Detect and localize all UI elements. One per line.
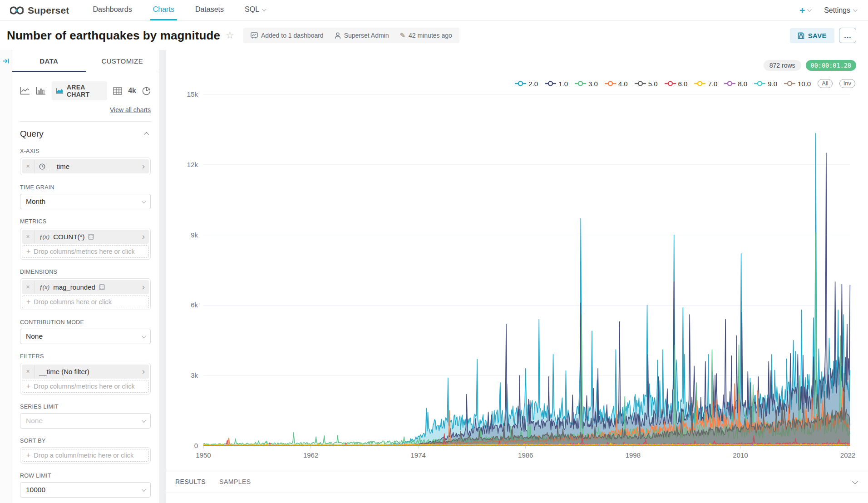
legend-all-button[interactable]: All xyxy=(818,79,832,88)
legend-label: 6.0 xyxy=(678,80,688,88)
legend-label: 4.0 xyxy=(618,80,628,88)
nav-item-charts[interactable]: Charts xyxy=(150,0,177,20)
remove-icon[interactable]: × xyxy=(22,230,35,243)
pie-chart-icon[interactable] xyxy=(142,87,151,95)
save-button[interactable]: SAVE xyxy=(790,28,834,43)
chart-legend: 2.01.03.04.05.06.07.08.09.010.0AllInv xyxy=(515,79,855,88)
xaxis-label: X-AXIS xyxy=(20,148,151,154)
svg-text:1974: 1974 xyxy=(410,451,425,459)
legend-marker-icon xyxy=(784,81,795,86)
collapse-section-icon[interactable] xyxy=(144,132,149,137)
expand-panel-icon[interactable] xyxy=(3,58,10,64)
legend-item[interactable]: 3.0 xyxy=(575,80,598,88)
time-grain-select[interactable]: Month xyxy=(20,194,151,209)
svg-text:6k: 6k xyxy=(191,301,198,309)
xaxis-control: × __time › xyxy=(20,158,151,175)
chevron-down-icon xyxy=(807,7,812,12)
save-icon xyxy=(798,32,804,39)
legend-item[interactable]: 8.0 xyxy=(724,80,747,88)
row-limit-select[interactable]: 10000 xyxy=(20,482,151,498)
table-chart-icon[interactable] xyxy=(113,87,122,95)
chevron-down-icon xyxy=(142,418,146,423)
remove-icon[interactable]: × xyxy=(22,365,35,378)
line-chart-icon[interactable] xyxy=(20,87,30,95)
legend-label: 1.0 xyxy=(558,80,568,88)
tab-results[interactable]: RESULTS xyxy=(175,478,206,485)
superset-logo[interactable]: Superset xyxy=(10,0,69,20)
chevron-right-icon: › xyxy=(140,282,149,293)
last-modified-badge[interactable]: ✎ 42 minutes ago xyxy=(400,31,452,39)
owner-badge: Superset Admin xyxy=(335,32,389,39)
legend-item[interactable]: 10.0 xyxy=(784,80,811,88)
chart-header-bar: Number of earthquakes by magnitude ☆ Add… xyxy=(0,21,868,50)
remove-icon[interactable]: × xyxy=(22,281,35,294)
filters-control: × __time (No filter) › + Drop columns/me… xyxy=(20,363,151,395)
series-limit-select[interactable]: None xyxy=(20,413,151,429)
svg-text:9k: 9k xyxy=(191,231,198,239)
filter-pill[interactable]: × __time (No filter) › xyxy=(22,365,149,379)
svg-text:1962: 1962 xyxy=(303,451,318,459)
contribution-mode-select[interactable]: None xyxy=(20,329,151,344)
adhoc-metric-icon xyxy=(88,234,94,240)
nav-item-sql[interactable]: SQL xyxy=(242,0,268,20)
metrics-control: × ƒ(x) COUNT(*) › + Drop columns/metrics… xyxy=(20,228,151,260)
user-icon xyxy=(335,32,341,39)
query-timer-badge: 00:00:01.28 xyxy=(806,60,856,71)
plus-icon: + xyxy=(26,247,30,256)
top-nav: Superset Dashboards Charts Datasets SQL … xyxy=(0,0,868,21)
legend-item[interactable]: 6.0 xyxy=(665,80,688,88)
legend-inv-button[interactable]: Inv xyxy=(839,79,855,88)
new-item-button[interactable]: + xyxy=(799,5,810,16)
legend-label: 2.0 xyxy=(528,80,538,88)
remove-icon[interactable]: × xyxy=(22,160,35,173)
legend-item[interactable]: 1.0 xyxy=(545,80,568,88)
tab-data[interactable]: DATA xyxy=(12,50,86,72)
area-chart-selected[interactable]: AREA CHART xyxy=(52,81,107,100)
control-panel: DATA CUSTOMIZE AREA CHART 4k xyxy=(12,50,159,503)
sort-by-dropzone[interactable]: + Drop a column/metric here or click xyxy=(22,449,149,462)
svg-text:1986: 1986 xyxy=(518,451,533,459)
results-panel: RESULTS SAMPLES xyxy=(166,470,868,503)
metrics-dropzone[interactable]: + Drop columns/metrics here or click xyxy=(22,245,149,258)
tab-customize[interactable]: CUSTOMIZE xyxy=(86,50,159,72)
legend-item[interactable]: 5.0 xyxy=(635,80,658,88)
legend-marker-icon xyxy=(515,81,526,86)
svg-text:3k: 3k xyxy=(191,371,198,379)
page-title[interactable]: Number of earthquakes by magnitude xyxy=(7,29,220,43)
more-options-button[interactable]: … xyxy=(839,28,856,43)
legend-marker-icon xyxy=(605,81,616,86)
chevron-right-icon: › xyxy=(140,161,149,172)
xaxis-field-pill[interactable]: × __time › xyxy=(22,159,149,173)
chevron-down-icon xyxy=(262,7,266,11)
legend-marker-icon xyxy=(545,81,556,86)
area-chart-canvas[interactable]: 195019621974198619982010202203k6k9k12k15… xyxy=(166,50,868,470)
tab-samples[interactable]: SAMPLES xyxy=(219,478,251,485)
legend-marker-icon xyxy=(635,81,646,86)
legend-item[interactable]: 7.0 xyxy=(694,80,717,88)
settings-menu[interactable]: Settings xyxy=(824,6,856,15)
dimension-pill[interactable]: × ƒ(x) mag_rounded › xyxy=(22,280,149,294)
dimensions-dropzone[interactable]: + Drop columns here or click xyxy=(22,296,149,308)
legend-label: 9.0 xyxy=(768,80,777,88)
chart-card: 872 rows 00:00:01.28 2.01.03.04.05.06.07… xyxy=(166,50,868,470)
big-number-chart-icon[interactable]: 4k xyxy=(128,87,136,95)
view-all-charts-link[interactable]: View all charts xyxy=(110,106,151,113)
svg-text:0: 0 xyxy=(194,442,198,449)
nav-item-dashboards[interactable]: Dashboards xyxy=(90,0,134,20)
bar-chart-icon[interactable] xyxy=(36,87,46,95)
legend-marker-icon xyxy=(754,81,765,86)
filters-label: FILTERS xyxy=(20,353,151,360)
collapse-results-icon[interactable] xyxy=(852,478,858,484)
filters-dropzone[interactable]: + Drop columns/metrics here or click xyxy=(22,380,149,393)
dimensions-label: DIMENSIONS xyxy=(20,269,151,275)
legend-item[interactable]: 4.0 xyxy=(605,80,628,88)
chevron-down-icon xyxy=(142,487,146,492)
legend-item[interactable]: 2.0 xyxy=(515,80,538,88)
legend-item[interactable]: 9.0 xyxy=(754,80,777,88)
chevron-right-icon: › xyxy=(140,366,149,377)
metric-pill[interactable]: × ƒ(x) COUNT(*) › xyxy=(22,230,149,244)
favorite-star-icon[interactable]: ☆ xyxy=(226,30,234,41)
svg-text:1998: 1998 xyxy=(626,451,641,459)
dashboard-badge[interactable]: Added to 1 dashboard xyxy=(251,32,324,39)
nav-item-datasets[interactable]: Datasets xyxy=(192,0,227,20)
